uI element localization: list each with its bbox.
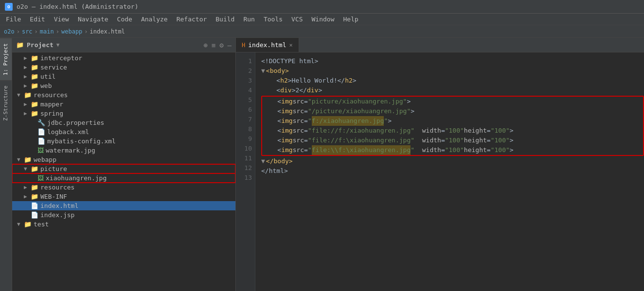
breadcrumb-src[interactable]: src: [22, 28, 33, 35]
code-line-3: <h2>Hello World!</h2>: [261, 76, 644, 86]
menu-help[interactable]: Help: [340, 15, 362, 24]
side-tab-project[interactable]: 1: Project: [0, 38, 12, 80]
tree-label-web: web: [40, 82, 52, 89]
menu-window[interactable]: Window: [308, 15, 339, 24]
tree-item-logback[interactable]: 📄 logback.xml: [12, 127, 235, 137]
menu-bar: File Edit View Navigate Code Analyze Ref…: [0, 14, 644, 25]
highlighted-code-block: <img src="picture/xiaohuangren.jpg"> <im…: [261, 96, 644, 156]
project-panel-title: Project: [27, 41, 54, 49]
tree-item-util[interactable]: ▶ 📁 util: [12, 72, 235, 81]
tree-label-spring: spring: [40, 110, 63, 117]
tree-label-interceptor: interceptor: [40, 54, 82, 62]
breadcrumb-main[interactable]: main: [40, 28, 54, 35]
tab-indexhtml[interactable]: H index.html ×: [236, 38, 299, 52]
menu-file[interactable]: File: [2, 15, 25, 24]
menu-view[interactable]: View: [50, 15, 73, 24]
code-line-5: <img src="picture/xiaohuangren.jpg">: [262, 97, 643, 106]
code-line-1: <!DOCTYPE html>: [261, 56, 644, 66]
tree-label-test: test: [34, 221, 49, 228]
line-numbers: 1 2 3 4 5 6 7 8 9 10 11 12 13: [236, 52, 255, 291]
tree-arrow-mapper: ▶: [24, 101, 31, 107]
settings-icon[interactable]: ⚙: [219, 41, 223, 49]
folder-icon-resources: 📁: [24, 91, 32, 99]
menu-run[interactable]: Run: [239, 15, 258, 24]
tree-item-resources[interactable]: ▼ 📁 resources: [12, 90, 235, 100]
file-icon-watermark: 🖼: [37, 147, 44, 154]
file-icon-jdbc: 🔧: [37, 119, 45, 126]
tree-item-interceptor[interactable]: ▶ 📁 interceptor: [12, 53, 235, 63]
tree-item-indexhtml[interactable]: 📄 index.html: [12, 201, 235, 210]
breadcrumb-webapp[interactable]: webapp: [61, 28, 82, 35]
menu-vcs[interactable]: VCS: [287, 15, 306, 24]
folder-icon-service: 📁: [31, 64, 38, 71]
code-line-11: ▼ </body>: [261, 156, 644, 166]
tree-item-picture[interactable]: ▼ 📁 picture: [12, 164, 235, 173]
tree-item-xiaohuangren[interactable]: 🖼 xiaohuangren.jpg: [12, 173, 235, 183]
tree-label-service: service: [40, 64, 67, 71]
tree-item-web[interactable]: ▶ 📁 web: [12, 81, 235, 90]
tab-icon-html: H: [242, 42, 245, 49]
tree-label-logback: logback.xml: [47, 128, 89, 136]
tree-label-indexjsp: index.jsp: [40, 211, 74, 219]
tree-label-mybatis: mybatis-config.xml: [47, 137, 116, 145]
locate-icon[interactable]: ⊕: [203, 41, 207, 49]
tree-item-spring[interactable]: ▶ 📁 spring: [12, 109, 235, 118]
tree-item-test[interactable]: ▼ 📁 test: [12, 220, 235, 229]
breadcrumb-o2o[interactable]: o2o: [4, 28, 15, 35]
tree-arrow-picture: ▼: [24, 166, 31, 172]
tree-label-util: util: [40, 73, 55, 80]
menu-refactor[interactable]: Refactor: [173, 15, 211, 24]
menu-edit[interactable]: Edit: [26, 15, 49, 24]
tree-arrow-service: ▶: [24, 64, 31, 70]
code-line-6: <img src="/picture/xiaohuangren.jpg">: [262, 106, 643, 116]
breadcrumb-indexhtml[interactable]: index.html: [90, 28, 125, 35]
menu-navigate[interactable]: Navigate: [74, 15, 112, 24]
tab-close-indexhtml[interactable]: ×: [289, 42, 293, 49]
folder-icon-picture: 📁: [31, 165, 38, 172]
tree-arrow-resources2: ▶: [24, 184, 31, 190]
file-icon-xiaohuangren: 🖼: [37, 174, 44, 182]
collapse-icon[interactable]: ≡: [212, 41, 215, 49]
tree-item-webapp[interactable]: ▼ 📁 webapp: [12, 155, 235, 164]
menu-code[interactable]: Code: [113, 15, 136, 24]
main-area: 1: Project Z-Structure 📁 Project ▼ ⊕ ≡ ⚙…: [0, 38, 644, 291]
folder-icon-interceptor: 📁: [31, 54, 38, 62]
title-bar: o o2o – index.html (Administrator): [0, 0, 644, 14]
minimize-icon[interactable]: –: [228, 41, 232, 49]
folder-icon-test: 📁: [24, 221, 32, 228]
tree-item-mybatis[interactable]: 📄 mybatis-config.xml: [12, 137, 235, 146]
folder-icon-spring: 📁: [31, 110, 38, 117]
tree-label-picture: picture: [40, 165, 67, 172]
code-line-7: <img src="f:/xiaohuangren.jpg">: [262, 116, 643, 126]
code-content[interactable]: <!DOCTYPE html> ▼ <body> <h2>Hello World…: [255, 52, 644, 291]
tree-item-resources2[interactable]: ▶ 📁 resources: [12, 183, 235, 192]
tree-arrow-web: ▶: [24, 83, 31, 89]
tree-item-service[interactable]: ▶ 📁 service: [12, 63, 235, 72]
tree-arrow-util: ▶: [24, 73, 31, 80]
collapse-body-end[interactable]: ▼: [261, 156, 265, 166]
tree-label-resources: resources: [34, 91, 68, 99]
folder-icon-webapp: 📁: [24, 156, 32, 163]
tree-item-webinf[interactable]: ▶ 📁 WEB-INF: [12, 192, 235, 201]
tree-item-watermark[interactable]: 🖼 watermark.jpg: [12, 146, 235, 155]
file-icon-indexjsp: 📄: [31, 211, 38, 219]
folder-icon-webinf: 📁: [31, 193, 38, 200]
menu-analyze[interactable]: Analyze: [137, 15, 172, 24]
collapse-body[interactable]: ▼: [261, 66, 265, 76]
tree-item-jdbc[interactable]: 🔧 jdbc.properties: [12, 118, 235, 127]
tree-label-mapper: mapper: [40, 101, 63, 108]
tree-item-mapper[interactable]: ▶ 📁 mapper: [12, 100, 235, 109]
tree-arrow-webinf: ▶: [24, 193, 31, 200]
menu-build[interactable]: Build: [212, 15, 238, 24]
tree-label-webapp: webapp: [34, 156, 56, 163]
tree-label-watermark: watermark.jpg: [46, 147, 95, 154]
tree-item-indexjsp[interactable]: 📄 index.jsp: [12, 210, 235, 220]
file-tree: ▶ 📁 interceptor ▶ 📁 service ▶ 📁 util: [12, 52, 235, 291]
code-line-8: <img src="file://f:/xiaohuangren.jpg" wi…: [262, 126, 643, 136]
side-tab-structure[interactable]: Z-Structure: [0, 80, 12, 126]
menu-tools[interactable]: Tools: [260, 15, 286, 24]
tree-label-xiaohuangren: xiaohuangren.jpg: [46, 174, 107, 182]
project-panel-header: 📁 Project ▼ ⊕ ≡ ⚙ –: [12, 38, 235, 52]
editor-tab-bar: H index.html ×: [236, 38, 644, 52]
side-tabs: 1: Project Z-Structure: [0, 38, 12, 291]
